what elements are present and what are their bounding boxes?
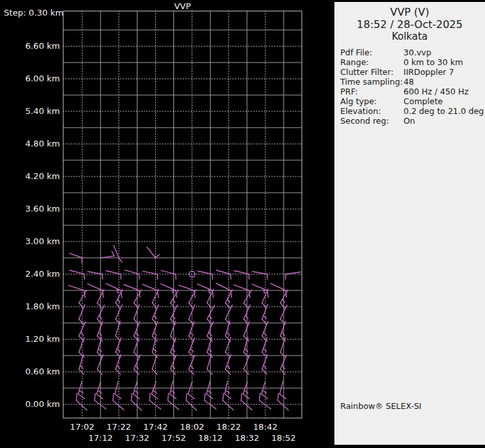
y-axis-label: 3.60 km — [0, 204, 60, 214]
plot-title: VVP — [63, 1, 302, 11]
y-axis-label: 6.60 km — [0, 41, 60, 51]
y-axis-label: 0.00 km — [0, 399, 60, 410]
info-field-row: Alg type:Complete — [340, 96, 485, 106]
step-label: Step: 0.30 km — [4, 8, 63, 18]
y-axis-label: 3.00 km — [0, 236, 60, 247]
panel-datetime: 18:52 / 28-Oct-2025 — [334, 18, 485, 31]
info-field-label: Range: — [340, 57, 404, 67]
vvp-window: VVP Step: 0.30 km 6.60 km6.00 km5.40 km4… — [0, 0, 485, 448]
y-axis-label: 4.80 km — [0, 139, 60, 149]
info-field-label: Time sampling: — [340, 77, 404, 87]
info-field-value: 48 — [404, 77, 414, 87]
x-axis-label: 18:22 — [213, 422, 245, 432]
info-field-row: Second reg:On — [340, 116, 485, 126]
y-axis-label: 1.20 km — [0, 334, 60, 344]
info-field-value: IIRDoppler 7 — [404, 67, 454, 77]
info-field-row: Pdf File:30.vvp — [340, 48, 485, 57]
info-panel: VVP (V) 18:52 / 28-Oct-2025 Kolkata Pdf … — [334, 2, 485, 445]
y-axis-label: 0.60 km — [0, 367, 60, 377]
y-axis-label: 4.20 km — [0, 171, 60, 182]
x-axis-label: 18:42 — [249, 422, 282, 432]
x-axis-label: 18:52 — [267, 433, 300, 443]
wind-barb-chart — [0, 0, 334, 448]
y-axis-label: 5.40 km — [0, 106, 60, 117]
vvp-plot-area: VVP Step: 0.30 km 6.60 km6.00 km5.40 km4… — [0, 0, 334, 448]
info-field-label: Pdf File: — [340, 48, 404, 57]
y-axis-label: 2.40 km — [0, 269, 60, 279]
panel-title: VVP (V) — [334, 6, 485, 18]
info-field-value: On — [404, 116, 415, 126]
info-field-label: Clutter Filter: — [340, 67, 404, 77]
x-axis-label: 18:02 — [176, 422, 209, 432]
x-axis-label: 17:22 — [102, 422, 135, 432]
info-field-value: 30.vvp — [404, 48, 432, 57]
info-field-value: Complete — [404, 96, 443, 106]
x-axis-label: 17:12 — [84, 433, 117, 443]
info-field-label: Elevation: — [340, 106, 404, 116]
brand-footer: Rainbow® SELEX-SI — [340, 401, 422, 411]
info-field-label: PRF: — [340, 87, 404, 96]
x-axis-label: 17:42 — [139, 422, 171, 432]
info-fields: Pdf File:30.vvpRange:0 km to 30 kmClutte… — [334, 48, 485, 126]
x-axis-label: 17:52 — [158, 433, 190, 443]
info-field-label: Second reg: — [340, 116, 404, 126]
info-field-value: 0 km to 30 km — [404, 57, 463, 67]
x-axis-label: 18:12 — [194, 433, 227, 443]
info-field-row: Elevation:0.2 deg to 21.0 deg — [340, 106, 485, 116]
info-field-row: Range:0 km to 30 km — [340, 57, 485, 67]
info-field-row: PRF:600 Hz / 450 Hz — [340, 87, 485, 96]
info-field-value: 0.2 deg to 21.0 deg — [404, 106, 484, 116]
info-field-row: Time sampling:48 — [340, 77, 485, 87]
panel-site: Kolkata — [334, 31, 485, 43]
info-field-row: Clutter Filter:IIRDoppler 7 — [340, 67, 485, 77]
info-field-value: 600 Hz / 450 Hz — [404, 87, 469, 96]
y-axis-label: 6.00 km — [0, 74, 60, 84]
x-axis-label: 17:02 — [66, 422, 98, 432]
x-axis-label: 17:32 — [121, 433, 153, 443]
x-axis-label: 18:32 — [231, 433, 263, 443]
info-field-label: Alg type: — [340, 96, 404, 106]
y-axis-label: 1.80 km — [0, 301, 60, 312]
